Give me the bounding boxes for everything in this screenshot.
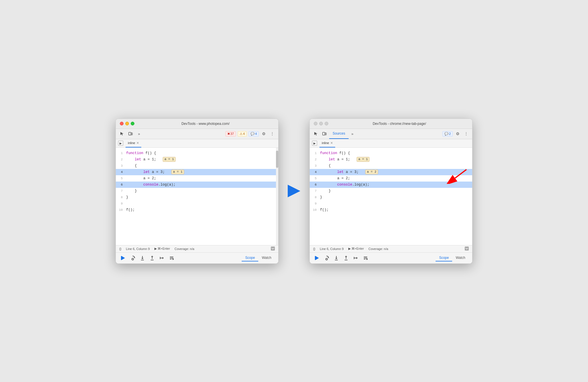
line-num-5-right: 5 <box>310 175 320 182</box>
debug-controls-left <box>119 254 175 262</box>
more-panels-icon-left[interactable]: » <box>135 130 143 137</box>
code-content-1-right: function f() { <box>320 150 470 156</box>
run-label-left[interactable]: ▶ ⌘+Enter <box>154 247 170 251</box>
warn-badge-left[interactable]: ⚠ 4 <box>238 131 247 137</box>
dropdown-icon-right[interactable] <box>465 247 469 251</box>
right-bottom-toolbar: Scope Watch <box>310 252 472 263</box>
chat-badge-right[interactable]: 💬 2 <box>442 131 453 137</box>
code-content-3-left: { <box>126 163 276 169</box>
scope-tab-right[interactable]: Scope <box>436 255 452 261</box>
toolbar-badges-left: ✖ 37 ⚠ 4 💬 4 <box>225 131 259 137</box>
main-container: DevTools - www.photopea.com/ » ✖ <box>104 107 484 275</box>
more-options-icon-left[interactable]: ⋮ <box>269 130 276 137</box>
right-file-tab-bar: ▶ inline ✕ <box>310 139 472 148</box>
run-icon-left[interactable]: ▶ <box>118 141 123 146</box>
right-devtools-toolbar: Sources » 💬 2 ⚙ ⋮ <box>310 129 472 139</box>
settings-icon-left[interactable]: ⚙ <box>260 130 267 137</box>
minimize-button-left[interactable] <box>125 122 129 125</box>
scrollbar-thumb-left[interactable] <box>276 151 278 168</box>
step-out-btn-left[interactable] <box>148 254 156 262</box>
dropdown-icon-left[interactable] <box>271 247 275 251</box>
line-num-1-left: 1 <box>116 150 126 156</box>
line-num-7-right: 7 <box>310 188 320 194</box>
format-label-right[interactable]: {} <box>313 247 315 251</box>
line-num-10-left: 10 <box>116 207 126 213</box>
left-devtools-window: DevTools - www.photopea.com/ » ✖ <box>116 119 279 264</box>
code-content-4-left: let a = 3; a = 1 <box>126 169 276 175</box>
code-line-6-left: 6 console.log(a); <box>116 182 278 188</box>
right-tab-bar: Sources » <box>329 129 385 139</box>
error-count-left: 37 <box>231 132 234 135</box>
watch-tab-right[interactable]: Watch <box>452 255 469 261</box>
file-tab-close-left[interactable]: ✕ <box>136 141 139 145</box>
code-line-6-right: 6 console.log(a); <box>310 182 472 188</box>
right-title-bar: DevTools - chrome://new-tab-page/ <box>310 119 472 129</box>
code-line-3-right: 3 { <box>310 163 472 169</box>
svg-rect-18 <box>325 133 326 135</box>
line-num-2-right: 2 <box>310 156 320 163</box>
deactivate-btn-left[interactable] <box>168 254 175 262</box>
step-into-btn-right[interactable] <box>333 254 340 262</box>
close-button-left[interactable] <box>120 122 124 125</box>
info-badge-left[interactable]: 💬 4 <box>249 131 259 137</box>
step-out-btn-right[interactable] <box>342 254 350 262</box>
chat-icon-right: 💬 <box>444 132 448 136</box>
sources-tab-right[interactable]: Sources <box>329 129 349 139</box>
code-line-7-left: 7 } <box>116 188 278 194</box>
run-icon-right[interactable]: ▶ <box>312 141 317 146</box>
cursor-icon-right[interactable] <box>312 130 319 137</box>
resume-btn-right[interactable] <box>313 254 321 262</box>
more-options-icon-right[interactable]: ⋮ <box>462 130 470 137</box>
cursor-icon-left[interactable] <box>118 130 126 137</box>
code-line-1-right: 1 function f() { <box>310 150 472 156</box>
code-content-10-left: f(); <box>126 207 276 213</box>
run-label-right[interactable]: ▶ ⌘+Enter <box>348 247 364 251</box>
step-into-btn-left[interactable] <box>139 254 146 262</box>
line-num-10-right: 10 <box>310 207 320 213</box>
minimize-button-right[interactable] <box>319 122 323 125</box>
settings-icon-right[interactable]: ⚙ <box>454 130 461 137</box>
debug-tabs-left: Scope Watch <box>242 255 275 261</box>
code-content-8-left: } <box>126 194 276 200</box>
watch-tab-left[interactable]: Watch <box>258 255 275 261</box>
right-window-title: DevTools - chrome://new-tab-page/ <box>331 122 468 126</box>
resume-btn-left[interactable] <box>119 254 127 262</box>
inline-file-tab-left[interactable]: inline ✕ <box>126 139 141 147</box>
warn-icon-left: ⚠ <box>240 132 243 136</box>
deactivate-btn-right[interactable] <box>362 254 369 262</box>
device-icon-left[interactable] <box>127 130 134 137</box>
line-num-6-right: 6 <box>310 182 320 188</box>
forward-arrow <box>288 185 300 197</box>
settings-glyph-left: ⚙ <box>262 131 266 136</box>
maximize-button-right[interactable] <box>325 122 328 125</box>
more-panels-icon-right[interactable]: » <box>349 130 356 137</box>
svg-point-5 <box>132 258 134 260</box>
line-num-3-right: 3 <box>310 163 320 169</box>
close-button-right[interactable] <box>314 122 317 125</box>
svg-rect-2 <box>271 247 275 251</box>
line-num-4-right: 4 <box>310 169 320 175</box>
step-btn-right[interactable] <box>352 254 359 262</box>
scope-tab-left[interactable]: Scope <box>242 255 258 261</box>
maximize-button-left[interactable] <box>131 122 134 125</box>
line-num-8-left: 8 <box>116 194 126 200</box>
scrollbar-track-left[interactable] <box>276 148 278 245</box>
step-over-btn-right[interactable] <box>323 254 330 262</box>
line-num-6-left: 6 <box>116 182 126 188</box>
more-options-glyph-left: ⋮ <box>270 131 274 136</box>
inline-file-tab-right[interactable]: inline ✕ <box>319 139 335 147</box>
svg-marker-21 <box>315 256 319 260</box>
format-label-left[interactable]: {} <box>119 247 121 251</box>
step-over-btn-left[interactable] <box>129 254 136 262</box>
warn-count-left: 4 <box>243 132 245 135</box>
device-icon-right[interactable] <box>321 130 328 137</box>
svg-rect-17 <box>323 132 325 135</box>
code-content-2-right: let a = 1; a = 1 <box>320 156 470 163</box>
error-icon-left: ✖ <box>227 132 230 136</box>
error-badge-left[interactable]: ✖ 37 <box>225 131 236 137</box>
file-tab-close-right[interactable]: ✕ <box>330 141 333 145</box>
code-line-8-right: 8 } <box>310 194 472 200</box>
step-btn-left[interactable] <box>158 254 166 262</box>
more-panels-label-right: » <box>351 132 353 136</box>
coverage-label-left: Coverage: n/a <box>174 247 194 251</box>
